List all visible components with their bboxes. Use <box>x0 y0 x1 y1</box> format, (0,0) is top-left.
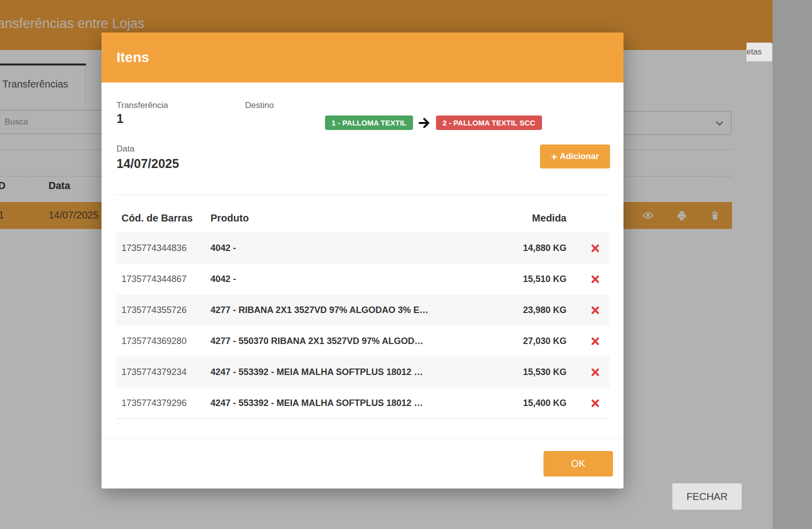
barcode-cell: 1735774355726 <box>116 305 206 316</box>
barcode-cell: 1735774379234 <box>116 367 206 378</box>
ok-button[interactable]: OK <box>544 451 613 476</box>
items-table-body: 1735774344836 4042 - 14,880 KG 173577434… <box>116 232 610 418</box>
x-icon <box>590 336 600 346</box>
column-header-barcode: Cód. de Barras <box>116 212 206 224</box>
barcode-cell: 1735774369280 <box>116 336 206 346</box>
item-row: 1735774379234 4247 - 553392 - MEIA MALHA… <box>116 356 610 388</box>
medida-cell: 14,880 KG <box>496 243 580 254</box>
medida-cell: 15,400 KG <box>496 398 580 408</box>
transferencia-value: 1 <box>116 112 124 126</box>
items-table: Cód. de Barras Produto Medida 1735774344… <box>116 204 610 419</box>
itens-modal: Itens Transferência 1 Destino 1 - PALLOM… <box>102 32 624 488</box>
data-label: Data <box>116 144 134 154</box>
data-value: 14/07/2025 <box>116 156 179 171</box>
destino-badges: 1 - PALLOMA TEXTIL 2 - PALLOMA TEXTIL SC… <box>325 116 542 130</box>
destino-label: Destino <box>245 100 274 110</box>
medida-cell: 23,980 KG <box>496 305 580 316</box>
produto-cell: 4277 - RIBANA 2X1 3527VD 97% ALGODAO 3% … <box>206 305 496 316</box>
items-table-header: Cód. de Barras Produto Medida <box>116 204 610 232</box>
adicionar-label: Adicionar <box>560 152 598 162</box>
x-icon <box>590 398 600 408</box>
x-icon <box>590 274 600 284</box>
modal-title: Itens <box>116 50 149 66</box>
transferencia-label: Transferência <box>116 100 168 110</box>
adicionar-button[interactable]: + Adicionar <box>540 144 610 168</box>
etiquetas-button-clip: Etiquetas <box>746 42 772 62</box>
origin-store-badge: 1 - PALLOMA TEXTIL <box>325 116 413 130</box>
produto-cell: 4042 - <box>206 243 496 254</box>
table-bottom-border <box>116 418 610 419</box>
arrow-right-icon <box>418 116 431 130</box>
fechar-button[interactable]: FECHAR <box>672 483 742 510</box>
x-icon <box>590 244 600 253</box>
plus-icon: + <box>551 152 557 162</box>
item-row: 1735774344867 4042 - 15,510 KG <box>116 264 610 294</box>
remove-item-button[interactable] <box>590 398 600 408</box>
modal-footer: OK <box>102 438 624 488</box>
produto-cell: 4277 - 550370 RIBANA 2X1 3527VD 97% ALGO… <box>206 336 496 346</box>
divider <box>116 194 610 195</box>
medida-cell: 27,030 KG <box>496 336 580 346</box>
column-header-produto: Produto <box>206 212 496 224</box>
item-row: 1735774379296 4247 - 553392 - MEIA MALHA… <box>116 388 610 418</box>
etiquetas-button[interactable]: Etiquetas <box>746 42 772 62</box>
item-row: 1735774355726 4277 - RIBANA 2X1 3527VD 9… <box>116 294 610 326</box>
x-icon <box>590 368 600 377</box>
remove-item-button[interactable] <box>590 306 600 315</box>
remove-item-button[interactable] <box>590 274 600 284</box>
destination-store-badge: 2 - PALLOMA TEXTIL SCC <box>436 116 542 130</box>
medida-cell: 15,530 KG <box>496 367 580 378</box>
produto-cell: 4042 - <box>206 274 496 284</box>
produto-cell: 4247 - 553392 - MEIA MALHA SOFTPLUS 1801… <box>206 367 496 378</box>
x-icon <box>590 306 600 315</box>
barcode-cell: 1735774344867 <box>116 274 206 284</box>
barcode-cell: 1735774344836 <box>116 243 206 254</box>
medida-cell: 15,510 KG <box>496 274 580 284</box>
remove-item-button[interactable] <box>590 244 600 253</box>
remove-item-button[interactable] <box>590 368 600 377</box>
barcode-cell: 1735774379296 <box>116 398 206 408</box>
modal-header: Itens <box>102 32 624 82</box>
remove-item-button[interactable] <box>590 336 600 346</box>
item-row: 1735774369280 4277 - 550370 RIBANA 2X1 3… <box>116 326 610 356</box>
item-row: 1735774344836 4042 - 14,880 KG <box>116 232 610 264</box>
column-header-medida: Medida <box>496 212 580 224</box>
produto-cell: 4247 - 553392 - MEIA MALHA SOFTPLUS 1801… <box>206 398 496 408</box>
